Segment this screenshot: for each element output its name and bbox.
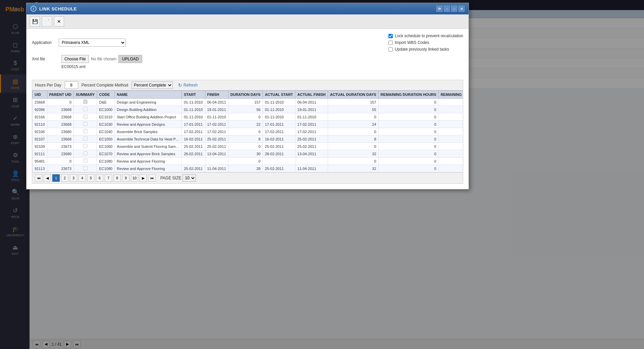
modal-close-btn[interactable]: ✕ [459, 6, 465, 12]
page-10-btn[interactable]: 10 [131, 174, 138, 182]
cell-actual-duration-days: 0 [328, 158, 378, 165]
schedule-area: Hours Per Day Percent Complete Method Pe… [32, 80, 463, 184]
cell-finish: 25-02-2011 [205, 143, 228, 150]
import-wbs-checkbox[interactable] [388, 41, 393, 45]
update-linked-label: Update previously linked tasks [395, 47, 449, 52]
cell-start: 01-11-2010 [182, 113, 205, 121]
cell-remaining-hours: 0 [378, 165, 438, 172]
import-wbs-row: Import WBS Codes [388, 40, 463, 45]
close-button[interactable]: ✕ [54, 16, 64, 26]
col-name: NAME [115, 91, 182, 99]
modal-minimize-btn[interactable]: ─ [444, 6, 450, 12]
lock-schedule-checkbox[interactable] [388, 34, 393, 38]
cell-summary [74, 128, 97, 135]
cell-parent-uid: 23680 [47, 128, 73, 135]
prev-page-btn[interactable]: ◀ [44, 174, 51, 182]
cell-actual-duration-days: 32 [328, 150, 378, 158]
application-select[interactable]: Primavera XML Microsoft Project Asta Pow… [59, 39, 126, 47]
cell-start: 16-02-2011 [182, 135, 205, 143]
next-page-btn[interactable]: ▶ [140, 174, 147, 182]
cell-code: EC1080 [97, 165, 115, 172]
cell-actual-finish: 17-02-2011 [295, 128, 328, 135]
page-6-btn[interactable]: 6 [96, 174, 103, 182]
cell-uid: 92109 [33, 143, 47, 150]
refresh-button[interactable]: ↻ Refresh [176, 82, 200, 89]
cell-duration-days: 0 [228, 113, 263, 121]
page-size-select[interactable]: 10 20 50 [182, 174, 196, 182]
page-9-btn[interactable]: 9 [122, 174, 129, 182]
last-page-btn[interactable]: ⏭ [148, 174, 156, 182]
modal-title: LINK SCHEDULE [39, 6, 77, 11]
cell-uid: 92111 [33, 150, 47, 158]
col-remaining-hours: REMAINING DURATION HOURS [378, 91, 438, 99]
table-row: 92111 23680 EC1070 Review and Approve Br… [33, 150, 463, 158]
cell-actual-start: 28-02-2011 [263, 150, 295, 158]
choose-file-button[interactable]: Choose File [61, 55, 89, 63]
cell-remaining-hours: 0 [378, 113, 438, 121]
cell-summary [74, 165, 97, 172]
cell-duration-days: 28 [228, 165, 263, 172]
schedule-toolbar: Hours Per Day Percent Complete Method Pe… [32, 80, 463, 91]
cell-summary [74, 158, 97, 165]
cell-code: EC1000 [97, 106, 115, 113]
col-actual-finish: ACTUAL FINISH [295, 91, 328, 99]
table-row: 23668 0 D&E Design and Engineering 01-11… [33, 99, 463, 106]
save-button[interactable]: 💾 [30, 16, 40, 26]
cell-summary [74, 121, 97, 128]
cell-actual-duration-days: 0 [328, 113, 378, 121]
upload-button[interactable]: UPLOAD [118, 55, 142, 63]
new-button[interactable]: 📄 [42, 16, 52, 26]
table-row: 92106 23680 EC1040 Assemble Brick Sample… [33, 128, 463, 135]
modal-title-icon: i [31, 6, 37, 12]
cell-actual-duration-days: 0 [328, 143, 378, 150]
cell-remaining-hours: 0 [378, 135, 438, 143]
refresh-icon: ↻ [178, 82, 182, 88]
hours-per-day-input[interactable] [65, 81, 78, 89]
cell-name: Design and Engineering [115, 99, 182, 106]
cell-summary [74, 99, 97, 106]
cell-actual-finish [295, 158, 328, 165]
update-linked-checkbox[interactable] [388, 47, 393, 52]
modal-restore-btn[interactable]: ⟳ [436, 6, 442, 12]
cell-duration-days: 157 [228, 99, 263, 106]
page-5-btn[interactable]: 5 [87, 174, 95, 182]
cell-parent-uid: 23668 [47, 121, 73, 128]
cell-duration-days: 0 [228, 143, 263, 150]
cell-name: Start Office Building Addition Project [115, 113, 182, 121]
cell-actual-duration-days: 157 [328, 99, 378, 106]
cell-actual-finish: 11-04-2011 [295, 165, 328, 172]
cell-actual-duration-days: 8 [328, 135, 378, 143]
page-2-btn[interactable]: 2 [61, 174, 68, 182]
cell-parent-uid: 23668 [47, 106, 73, 113]
page-4-btn[interactable]: 4 [78, 174, 86, 182]
cell-start [182, 158, 205, 165]
cell-actual-finish: 13-04-2011 [295, 150, 328, 158]
cell-actual-finish: 17-02-2011 [295, 121, 328, 128]
cell-remaining-hours: 0 [378, 143, 438, 150]
page-7-btn[interactable]: 7 [105, 174, 112, 182]
cell-name: Review and Approve Flooring [115, 158, 182, 165]
cell-actual-finish: 25-02-2011 [295, 135, 328, 143]
first-page-btn[interactable]: ⏮ [35, 174, 42, 182]
table-row: 95481 0 EC1080 Review and Approve Floori… [33, 158, 463, 165]
cell-actual-finish: 01-11-2010 [295, 113, 328, 121]
cell-remaining-hours: 0 [378, 106, 438, 113]
cell-finish: 25-02-2011 [205, 135, 228, 143]
col-start: START [182, 91, 205, 99]
cell-remaining-hours: 0 [378, 121, 438, 128]
cell-start: 17-02-2011 [182, 128, 205, 135]
table-scroll[interactable]: UID PARENT UID SUMMARY CODE NAME START F… [32, 91, 463, 172]
application-control: Primavera XML Microsoft Project Asta Pow… [59, 39, 382, 47]
page-8-btn[interactable]: 8 [113, 174, 121, 182]
cell-uid: 92107 [33, 135, 47, 143]
modal-maximize-btn[interactable]: □ [451, 6, 457, 12]
table-row: 92166 23668 EC1010 Start Office Building… [33, 113, 463, 121]
cell-actual-duration-days: 0 [328, 128, 378, 135]
link-schedule-modal: i LINK SCHEDULE ⟳ ─ □ ✕ 💾 📄 ✕ Applicatio… [26, 3, 469, 189]
cell-actual-start: 25-02-2011 [263, 165, 295, 172]
lock-schedule-label: Lock schedule to prevent recalculation [395, 34, 463, 38]
cell-duration-days: 30 [228, 150, 263, 158]
page-3-btn[interactable]: 3 [70, 174, 77, 182]
percent-method-select[interactable]: Percent Complete Physical Percent Durati… [131, 81, 173, 89]
page-1-btn[interactable]: 1 [52, 174, 60, 182]
